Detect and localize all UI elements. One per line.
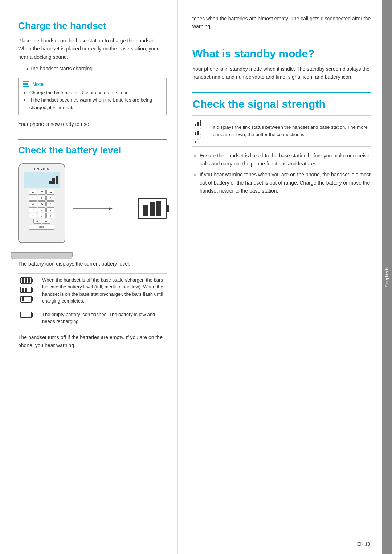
note-label: Note (32, 81, 44, 87)
side-tab-label: English (384, 267, 389, 287)
keypad-row-nav: ↩ ☰ ↪ (24, 190, 60, 195)
btn-menu: ☰ (38, 190, 46, 195)
sig3-bar1 (195, 141, 196, 143)
sig3-bar3 (200, 137, 201, 143)
signal-bullet-1: Ensure the handset is linked to the base… (200, 152, 371, 168)
sig3-bar2 (197, 139, 199, 143)
battery-empty-cell (18, 308, 40, 328)
signal-table: It displays the link status between the … (192, 115, 371, 147)
warning-text: tones when the batteries are almost empt… (192, 15, 371, 31)
btn-7: 7 (29, 207, 37, 212)
sig-bar2 (197, 122, 199, 126)
batt-icon-mid (20, 287, 32, 293)
base-station (11, 252, 73, 259)
phone-wrapper: PHILIPS ↩ ☰ ↪ (18, 163, 76, 254)
signal-icon-medium (195, 127, 208, 135)
btn-6: 6 (46, 201, 54, 206)
batt-icon-full (20, 277, 32, 284)
bm2 (25, 288, 27, 292)
standby-para: Your phone is in standby mode when it is… (192, 65, 371, 81)
battery-row-2: The empty battery icon flashes. The batt… (18, 308, 167, 328)
keypad-row-base: ≡≡≡ (24, 225, 60, 230)
signal-bullet-list: Ensure the handset is linked to the base… (192, 152, 371, 195)
keypad-row-5: ⊕ ● (24, 219, 60, 224)
bar3 (56, 176, 58, 184)
phone-body: PHILIPS ↩ ☰ ↪ (18, 163, 65, 243)
bl2 (25, 297, 27, 301)
bfl2 (150, 202, 155, 216)
signal-divider (192, 92, 371, 93)
signal-bullet-2: If you hear warning tones when you are o… (200, 171, 371, 195)
battery-title: Check the battery level (18, 145, 167, 156)
btn-0: 0 (38, 213, 46, 218)
battery-desc-cell-2: The empty battery icon flashes. The batt… (40, 308, 167, 328)
svg-marker-1 (109, 207, 113, 210)
arrow-line-svg (73, 207, 116, 210)
arrow-group (73, 207, 116, 210)
note-item-2: If the handset becomes warm when the bat… (29, 97, 162, 112)
bfl3 (156, 201, 161, 216)
bl3 (28, 297, 30, 301)
signal-desc-cell: It displays the link status between the … (211, 115, 371, 146)
side-tab: English (382, 0, 392, 554)
sig-bar1 (195, 124, 196, 126)
footer-text: EN 13 (357, 541, 370, 547)
bm1 (22, 288, 24, 292)
note-box: Note Charge the batteries for 8 hours be… (18, 78, 167, 115)
signal-row: It displays the link status between the … (192, 115, 371, 146)
btn-int: ● (42, 219, 50, 224)
charge-para1: Place the handset on the base station to… (18, 37, 167, 61)
bl1 (22, 297, 24, 301)
btn-5: 5• (38, 201, 46, 206)
signal-icon-strong (195, 119, 208, 126)
sig-bar3 (200, 120, 201, 126)
battery-caption: The battery icon displays the current ba… (18, 260, 167, 268)
battery-fill-large (142, 201, 162, 216)
note-header: Note (23, 81, 162, 87)
btn-9: 9 (46, 207, 54, 212)
bf2 (25, 278, 27, 283)
battery-bars-screen (49, 176, 58, 184)
batt-low-fill (21, 297, 30, 302)
battery-row-1: When the handset is off the base station… (18, 273, 167, 308)
btn-1: 1 (29, 196, 37, 201)
phone-keypad: ↩ ☰ ↪ 1 2 3 4 5• (24, 190, 60, 230)
sig2-bar1 (195, 132, 196, 135)
ready-text: Your phone is now ready to use. (18, 120, 167, 128)
phone-brand: PHILIPS (19, 167, 65, 171)
keypad-row-1: 1 2 3 (24, 196, 60, 201)
bfl1 (143, 205, 148, 216)
bm3 (28, 288, 30, 292)
keypad-row-2: 4 5• 6 (24, 201, 60, 206)
standby-title: What is standby mode? (192, 48, 371, 60)
btn-3: 3 (46, 196, 54, 201)
btn-fwd: ↪ (46, 190, 54, 195)
signal-icon-low (195, 136, 208, 143)
note-list: Charge the batteries for 8 hours before … (23, 89, 162, 112)
charge-section-divider (18, 15, 167, 15)
bf1 (22, 278, 24, 283)
phone-screen (24, 172, 60, 188)
arrow-area (76, 207, 138, 210)
battery-section-divider (18, 139, 167, 140)
phone-diagram: PHILIPS ↩ ☰ ↪ (18, 163, 167, 254)
btn-charger-base: ≡≡≡ (29, 225, 54, 230)
note-item-1: Charge the batteries for 8 hours before … (29, 89, 162, 97)
keypad-row-4: * 0 # (24, 213, 60, 218)
signal-icons-cell (192, 115, 211, 146)
btn-vol: ⊕ (33, 219, 41, 224)
batt-icons-col (20, 277, 38, 304)
signal-title: Check the signal strength (192, 98, 371, 110)
sig2-bar2 (197, 131, 199, 135)
note-lines-icon (23, 81, 29, 87)
battery-icon-container (138, 198, 167, 219)
bar1 (49, 181, 52, 184)
btn-back: ↩ (29, 190, 37, 195)
battery-icons-cell (18, 273, 40, 308)
batt-icon-low (20, 296, 32, 303)
battery-desc-cell-1: When the handset is off the base station… (40, 273, 167, 308)
bf3 (28, 278, 30, 283)
sig2-bar3 (200, 128, 201, 135)
btn-8: 8 (38, 207, 46, 212)
page-footer: EN 13 (357, 541, 370, 547)
